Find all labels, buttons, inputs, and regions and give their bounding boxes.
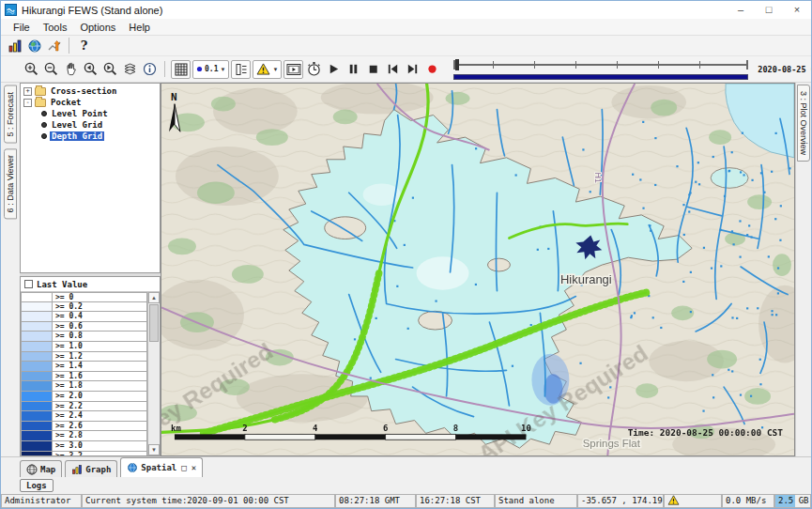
legend-threshold-label: >= 3.2 [53, 452, 147, 456]
animation-timer-button[interactable] [304, 60, 324, 79]
scroll-down-icon[interactable]: ▼ [148, 444, 160, 455]
legend-row[interactable]: >= 2.4 [21, 411, 147, 422]
legend-row[interactable]: >= 0 [21, 292, 147, 302]
expand-icon[interactable]: + [23, 87, 32, 96]
scroll-up-icon[interactable]: ▲ [148, 292, 160, 303]
tab-map[interactable]: Map [20, 460, 62, 477]
zoom-next-button[interactable] [100, 60, 120, 79]
legend-color-swatch [21, 402, 53, 412]
main-area: 5 : Forecast 6 : Data Viewer + Cross-sec… [1, 83, 811, 456]
zoom-in-button[interactable] [22, 60, 41, 79]
tree-item-level-grid[interactable]: Level Grid [21, 119, 160, 131]
bottom-tab-bar: Map Graph Spatial □ ✕ [1, 456, 811, 477]
zoom-previous-button[interactable] [81, 60, 100, 79]
status-bar: Administrator Current system time:2020-0… [1, 494, 811, 508]
tree-item-depth-grid[interactable]: Depth Grid [21, 131, 160, 142]
legend-threshold-label: >= 0.8 [53, 332, 147, 342]
legend-threshold-label: >= 2.2 [53, 402, 147, 412]
legend-row[interactable]: >= 0.6 [21, 322, 147, 332]
panel-maximize-icon[interactable]: □ [181, 463, 186, 472]
legend-color-swatch [21, 342, 53, 352]
zoom-out-button[interactable] [41, 60, 61, 79]
time-slider[interactable] [452, 58, 750, 81]
help-button[interactable]: ? [74, 37, 94, 55]
pan-button[interactable] [61, 60, 81, 79]
play-button[interactable] [324, 60, 344, 79]
warning-icon [256, 63, 270, 75]
legend-threshold-label: >= 2.0 [53, 392, 147, 402]
status-warning-cell[interactable] [664, 494, 722, 508]
close-button[interactable]: × [783, 1, 811, 19]
timeseries-dialog-button[interactable] [44, 37, 64, 55]
maximize-button[interactable]: □ [755, 1, 783, 19]
layers-button[interactable] [120, 60, 140, 79]
app-logo-icon [5, 4, 17, 16]
legend-color-swatch [21, 332, 53, 342]
legend-row[interactable]: >= 2.8 [21, 431, 147, 441]
last-value-label: Last Value [37, 280, 87, 289]
step-forward-button[interactable] [403, 60, 422, 79]
legend-row[interactable]: >= 1.0 [21, 342, 147, 352]
logs-button[interactable]: Logs [20, 479, 54, 492]
menu-tools[interactable]: Tools [37, 22, 74, 33]
legend-threshold-label: >= 1.2 [53, 352, 147, 362]
menu-options[interactable]: Options [73, 22, 122, 33]
legend-row[interactable]: >= 3.2 [21, 452, 147, 456]
menu-help[interactable]: Help [122, 22, 157, 33]
menu-file[interactable]: File [7, 22, 37, 33]
legend-row[interactable]: >= 1.8 [21, 381, 147, 392]
legend-row[interactable]: >= 3.0 [21, 441, 147, 452]
scale-tick-label: 6 [383, 424, 388, 433]
legend-row[interactable]: >= 1.4 [21, 362, 147, 372]
legend-row[interactable]: >= 0.2 [21, 302, 147, 313]
legend-row[interactable]: >= 2.0 [21, 392, 147, 402]
pause-button[interactable] [344, 60, 363, 79]
legend-color-swatch [21, 372, 53, 382]
marker-dot-icon [196, 66, 203, 72]
collapse-icon[interactable]: - [23, 99, 32, 107]
map-time-label: Time: 2020-08-25 00:00:00 CST [628, 427, 784, 438]
tab-plot-overview[interactable]: 3 : Plot Overview [797, 85, 810, 162]
scale-tick-label: 10 [521, 424, 531, 433]
legend-row[interactable]: >= 0.8 [21, 332, 147, 342]
status-mode: Stand alone [495, 494, 577, 508]
legend-row[interactable]: >= 2.2 [21, 402, 147, 412]
scale-unit-label: km [171, 424, 181, 433]
legend-threshold-label: >= 0.6 [53, 322, 147, 332]
main-toolbar: ? [1, 36, 811, 56]
record-movie-button[interactable] [422, 60, 442, 79]
legend-row[interactable]: >= 1.2 [21, 352, 147, 362]
tree-item-cross-section[interactable]: + Cross-section [21, 85, 160, 97]
status-user: Administrator [1, 494, 82, 508]
slider-tick [493, 61, 494, 69]
animation-dialog-button[interactable] [283, 60, 303, 79]
spatial-map-view[interactable]: API Key Required API Key Required Hikura… [161, 83, 795, 456]
scrollbar-thumb[interactable] [149, 304, 159, 342]
tab-spatial[interactable]: Spatial □ ✕ [120, 457, 203, 477]
tree-item-pocket[interactable]: - Pocket [21, 97, 160, 108]
grid-display-button[interactable] [171, 60, 191, 79]
tree-item-level-point[interactable]: Level Point [21, 108, 160, 119]
tab-data-viewer[interactable]: 6 : Data Viewer [4, 148, 17, 219]
legend-row[interactable]: >= 0.4 [21, 312, 147, 322]
database-viewer-button[interactable] [5, 37, 24, 55]
minimize-button[interactable]: – [727, 1, 755, 19]
tab-forecast[interactable]: 5 : Forecast [4, 85, 17, 144]
label-display-button[interactable] [231, 60, 251, 79]
legend-row[interactable]: >= 1.6 [21, 372, 147, 382]
map-display-button[interactable] [24, 37, 44, 55]
step-back-button[interactable] [383, 60, 403, 79]
legend-scrollbar[interactable]: ▲ ▼ [147, 292, 160, 455]
tab-graph[interactable]: Graph [65, 460, 117, 477]
time-slider-handle[interactable] [455, 59, 459, 70]
panel-close-icon[interactable]: ✕ [192, 463, 196, 472]
tree-item-label: Pocket [49, 98, 84, 107]
legend-color-swatch [21, 362, 53, 372]
threshold-warning-dropdown[interactable]: ▼ [253, 60, 282, 79]
info-button[interactable] [140, 60, 160, 79]
stop-button[interactable] [363, 60, 383, 79]
status-local-time: 16:27:18 CST [416, 494, 495, 508]
marker-size-dropdown[interactable]: 0.1 ▼ [192, 60, 229, 79]
legend-row[interactable]: >= 2.6 [21, 422, 147, 432]
last-value-checkbox[interactable] [24, 280, 33, 288]
